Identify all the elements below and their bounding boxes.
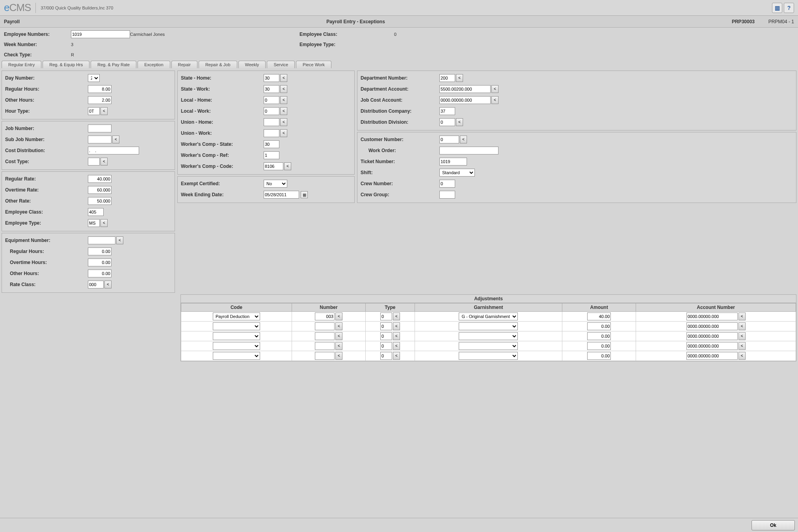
jobcost-input[interactable] [439,96,491,104]
wc-code-lookup[interactable]: < [284,162,291,170]
subjob-lookup[interactable]: < [112,136,119,143]
adj-garn-select[interactable]: G - Original Garnishment [459,313,518,320]
distdiv-input[interactable] [439,118,455,126]
custnum-lookup[interactable]: < [460,136,467,143]
adj-amount-input[interactable] [587,322,611,330]
subjob-input[interactable] [88,136,112,143]
tab-weekly[interactable]: Weekly [238,61,266,68]
deptnum-input[interactable] [439,74,455,82]
adj-garn-select[interactable] [459,332,518,340]
adj-num-lookup[interactable]: < [335,342,342,350]
eq-reghours-input[interactable] [88,247,112,255]
equip-input[interactable] [88,236,115,244]
adj-code-select[interactable]: Payroll Deduction [213,313,260,320]
adj-acct-input[interactable] [686,322,738,330]
deptacct-input[interactable] [439,85,491,93]
adj-code-select[interactable] [213,352,260,360]
adj-num-input[interactable] [315,352,335,360]
union-work-lookup[interactable]: < [280,129,287,137]
state-work-input[interactable] [264,85,279,93]
adj-amount-input[interactable] [587,332,611,340]
costtype-input[interactable] [88,158,100,166]
custnum-input[interactable] [439,136,459,143]
union-home-lookup[interactable]: < [280,118,287,126]
adj-code-select[interactable] [213,332,260,340]
state-work-lookup[interactable]: < [280,85,287,93]
tab-repair[interactable]: Repair [171,61,197,68]
tab-regular-entry[interactable]: Regular Entry [2,61,41,68]
workorder-input[interactable] [439,147,499,154]
emp-num-input[interactable] [71,30,130,38]
tab-service[interactable]: Service [267,61,295,68]
adj-code-select[interactable] [213,322,260,330]
calendar-icon[interactable]: ▦ [301,191,308,198]
wc-state-input[interactable] [264,140,279,148]
adj-num-lookup[interactable]: < [335,352,342,360]
otherrate-input[interactable] [88,197,112,205]
local-work-lookup[interactable]: < [280,107,287,115]
report-icon[interactable]: ▥ [772,3,782,13]
adj-type-lookup[interactable]: < [393,352,400,360]
costtype-lookup[interactable]: < [100,158,108,166]
rateclass-lookup[interactable]: < [104,281,112,288]
distdiv-lookup[interactable]: < [456,118,463,126]
tab-reg-equip[interactable]: Reg. & Equip Hrs [43,61,89,68]
other-hours-input[interactable] [88,96,112,104]
adj-acct-lookup[interactable]: < [738,322,746,330]
equip-lookup[interactable]: < [116,236,123,244]
costdist-input[interactable] [88,147,139,154]
union-work-input[interactable] [264,129,279,137]
adj-num-input[interactable] [315,342,335,350]
deptnum-lookup[interactable]: < [456,74,463,82]
adj-type-input[interactable] [380,352,392,360]
crewgroup-input[interactable] [439,191,455,199]
rateclass-input[interactable] [88,281,104,288]
shift-select[interactable]: Standard [439,169,475,177]
state-home-lookup[interactable]: < [280,74,287,82]
adj-acct-lookup[interactable]: < [738,352,746,360]
adj-type-lookup[interactable]: < [393,313,400,320]
wc-ref-input[interactable] [264,151,279,159]
adj-type-input[interactable] [380,313,392,320]
adj-garn-select[interactable] [459,342,518,350]
adj-acct-input[interactable] [686,342,738,350]
adj-num-input[interactable] [315,332,335,340]
emptype-lookup[interactable]: < [100,219,108,227]
day-select[interactable]: 2 [88,74,100,82]
adj-acct-input[interactable] [686,332,738,340]
hour-type-lookup[interactable]: < [100,107,108,115]
exempt-select[interactable]: No [264,180,287,188]
adj-num-lookup[interactable]: < [335,322,342,330]
emptype-input[interactable] [88,219,100,227]
adj-garn-select[interactable] [459,352,518,360]
adj-acct-lookup[interactable]: < [738,332,746,340]
state-home-input[interactable] [264,74,279,82]
jobcost-lookup[interactable]: < [491,96,499,104]
adj-type-input[interactable] [380,332,392,340]
adj-garn-select[interactable] [459,322,518,330]
tab-reg-pay[interactable]: Reg. & Pay Rate [91,61,136,68]
tab-piece-work[interactable]: Piece Work [296,61,331,68]
distco-input[interactable] [439,107,455,115]
regrate-input[interactable] [88,175,112,183]
job-input[interactable] [88,125,112,132]
union-home-input[interactable] [264,118,279,126]
wc-code-input[interactable] [264,162,283,170]
adj-amount-input[interactable] [587,313,611,320]
local-work-input[interactable] [264,107,279,115]
local-home-lookup[interactable]: < [280,96,287,104]
local-home-input[interactable] [264,96,279,104]
reg-hours-input[interactable] [88,85,112,93]
adj-amount-input[interactable] [587,352,611,360]
empclass-input[interactable] [88,208,104,216]
adj-type-lookup[interactable]: < [393,322,400,330]
adj-num-lookup[interactable]: < [335,313,342,320]
otrate-input[interactable] [88,186,112,194]
adj-acct-input[interactable] [686,313,738,320]
tab-repair-job[interactable]: Repair & Job [199,61,237,68]
help-icon[interactable]: ? [784,3,794,13]
adj-type-lookup[interactable]: < [393,342,400,350]
adj-type-lookup[interactable]: < [393,332,400,340]
eq-othours-input[interactable] [88,259,112,266]
adj-amount-input[interactable] [587,342,611,350]
